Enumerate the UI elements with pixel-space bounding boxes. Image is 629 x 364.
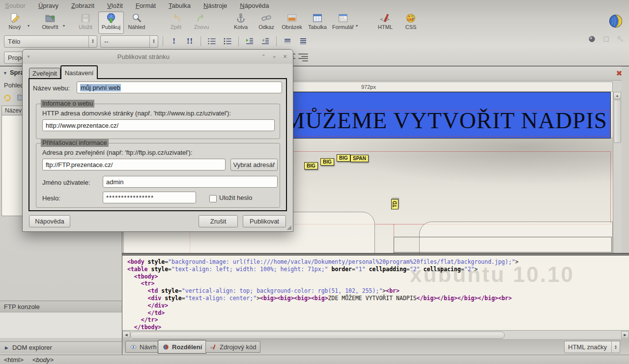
dialog-titlebar[interactable]: ▼ Publikovat stránku ⌃ ＋ ✕ xyxy=(23,50,293,64)
source-code[interactable]: <body style="background-image: url(file:… xyxy=(127,258,518,330)
big-tag-marker[interactable]: BIG xyxy=(337,154,350,162)
design-vertical-scrollbar[interactable]: ▲ xyxy=(613,92,622,253)
menu-soubor[interactable]: Soubor xyxy=(5,2,26,9)
select-directory-button[interactable]: Vybrat adresář xyxy=(230,159,278,171)
emphasis-button[interactable]: ! xyxy=(168,35,180,47)
refresh-icon[interactable] xyxy=(3,93,12,102)
menu-vlozit[interactable]: Vložit xyxy=(107,2,123,9)
form-button[interactable]: Formulář xyxy=(330,11,356,34)
publish-confirm-button[interactable]: Publikovat xyxy=(243,215,286,227)
link-button[interactable]: Odkaz xyxy=(254,11,279,34)
align-right-icon[interactable] xyxy=(298,53,308,62)
scrollbar-thumb[interactable] xyxy=(130,332,505,339)
menu-napoveda[interactable]: Nápověda xyxy=(240,2,269,9)
site-info-group: Informace o webu HTTP adresa domovské st… xyxy=(36,104,280,139)
anchor-button[interactable]: Kotva xyxy=(228,11,254,34)
resize-grip[interactable] xyxy=(286,225,291,230)
source-code-line[interactable]: <div style="text-align: center;"><big><b… xyxy=(127,295,518,302)
scroll-up-arrow[interactable]: ▲ xyxy=(613,92,621,99)
scroll-right-arrow[interactable]: ▶ xyxy=(621,331,629,338)
link-chain-icon xyxy=(261,13,272,24)
password-input[interactable]: **************** xyxy=(103,192,196,203)
scroll-left-arrow[interactable]: ◀ xyxy=(122,331,130,338)
source-code-line[interactable]: <tr> xyxy=(127,280,518,287)
outdent-button[interactable] xyxy=(259,35,272,47)
source-code-line[interactable]: <body style="background-image: url(file:… xyxy=(127,258,518,266)
open-dropdown-arrow[interactable]: ▾ xyxy=(63,24,65,28)
html-button[interactable]: </> HTML xyxy=(372,11,398,34)
save-button[interactable]: Uložit xyxy=(73,11,98,34)
toolbar-extra-icons xyxy=(588,35,624,43)
cancel-button[interactable]: Zrušit xyxy=(199,215,238,227)
source-code-line[interactable]: <tbody> xyxy=(127,273,518,280)
timer-icon[interactable] xyxy=(588,35,596,43)
ftp-console-header[interactable]: FTP konzole xyxy=(0,301,122,312)
save-password-checkbox[interactable] xyxy=(209,195,217,202)
source-code-line[interactable]: </td> xyxy=(127,309,518,317)
source-code-line[interactable]: <td style="vertical-align: top; backgrou… xyxy=(127,287,518,295)
design-view-tab[interactable]: Návrh xyxy=(125,341,161,353)
site-name-input[interactable]: můj první web xyxy=(77,82,282,93)
new-dropdown-arrow[interactable]: ▾ xyxy=(28,24,29,28)
numbered-list-button[interactable] xyxy=(205,35,218,47)
path-body-button[interactable]: <body> xyxy=(32,356,54,364)
http-address-input[interactable]: http://www.prezentace.cz/ xyxy=(42,119,275,131)
help-button[interactable]: Nápověda xyxy=(29,215,70,227)
menu-upravy[interactable]: Úpravy xyxy=(38,2,58,9)
big-tag-marker[interactable]: BIG xyxy=(304,162,318,169)
source-code-line[interactable]: </tbody> xyxy=(127,324,518,330)
page-content-frame[interactable] xyxy=(394,237,612,252)
source-horizontal-scrollbar[interactable]: ◀ ▶ xyxy=(122,330,629,339)
source-view[interactable]: xubuntu 10.10 <body style="background-im… xyxy=(122,255,629,330)
markup-filter-select[interactable]: HTML značky ▲▼ xyxy=(564,341,620,353)
big-tag-marker[interactable]: BIG xyxy=(320,158,334,166)
bullet-list-button[interactable] xyxy=(221,35,234,47)
strong-emphasis-button[interactable]: !! xyxy=(183,35,196,47)
preview-button[interactable]: Náhled xyxy=(124,11,149,34)
css-button[interactable]: CSS CSS xyxy=(398,11,424,34)
path-html-button[interactable]: <html> xyxy=(4,356,24,364)
menu-nastroje[interactable]: Nástroje xyxy=(203,2,227,9)
source-code-line[interactable]: </tr> xyxy=(127,316,518,324)
td-tag-marker[interactable]: TD xyxy=(391,199,399,209)
publish-button[interactable]: Publikuj xyxy=(98,11,124,34)
close-window-icon[interactable]: ✕ xyxy=(281,53,289,61)
dom-explorer-header[interactable]: ▶DOM explorer xyxy=(0,341,122,353)
maximize-window-icon[interactable]: ＋ xyxy=(270,53,278,61)
indent-button[interactable] xyxy=(243,35,256,47)
indent-icon xyxy=(245,37,254,45)
menu-tabulka[interactable]: Tabulka xyxy=(169,2,191,9)
split-view-tab[interactable]: Rozdělení xyxy=(158,340,206,354)
new-button[interactable]: Nový xyxy=(2,11,28,34)
form-dropdown-arrow[interactable]: ▾ xyxy=(356,24,358,28)
nodes-icon[interactable] xyxy=(617,35,624,43)
tab-zverejnit[interactable]: Zveřejnit xyxy=(29,68,60,79)
align-loose-button[interactable] xyxy=(297,35,310,47)
source-view-tab[interactable]: <> Zdrojový kód xyxy=(205,341,260,353)
menu-zobrazit[interactable]: Zobrazit xyxy=(71,2,94,9)
frame-icon[interactable] xyxy=(602,35,610,43)
source-code-icon: <> xyxy=(210,344,217,350)
block-format-select[interactable]: Tělo ▲▼ xyxy=(4,35,97,48)
tab-nastaveni[interactable]: Nastavení xyxy=(60,65,98,79)
open-button[interactable]: Otevřít xyxy=(37,11,63,34)
publish-address-input[interactable]: ftp://FTP.prezentace.cz/ xyxy=(42,159,226,170)
scrollbar-thumb[interactable] xyxy=(614,100,621,143)
redo-button[interactable]: Znovu xyxy=(189,11,214,34)
span-tag-marker[interactable]: SPAN xyxy=(350,155,369,162)
menu-format[interactable]: Formát xyxy=(136,2,156,9)
bullet-list-icon xyxy=(223,37,232,45)
window-menu-icon[interactable]: ▼ xyxy=(27,55,30,59)
source-code-line[interactable]: </div> xyxy=(127,302,518,309)
username-input[interactable]: admin xyxy=(103,176,278,188)
source-code-line[interactable]: <table style="text-align: left; width: 1… xyxy=(127,266,518,273)
shade-window-icon[interactable]: ⌃ xyxy=(259,53,267,61)
table-button[interactable]: Tabulka xyxy=(305,11,330,34)
image-button[interactable]: Obrázek xyxy=(279,11,305,34)
strong-emphasis-icon: !! xyxy=(186,37,193,46)
undo-button[interactable]: Zpět xyxy=(163,11,189,34)
align-compact-button[interactable] xyxy=(281,35,294,47)
password-label: Heslo: xyxy=(42,195,60,202)
class-select[interactable]: -- ▲▼ xyxy=(100,35,158,48)
table-icon xyxy=(312,13,323,24)
